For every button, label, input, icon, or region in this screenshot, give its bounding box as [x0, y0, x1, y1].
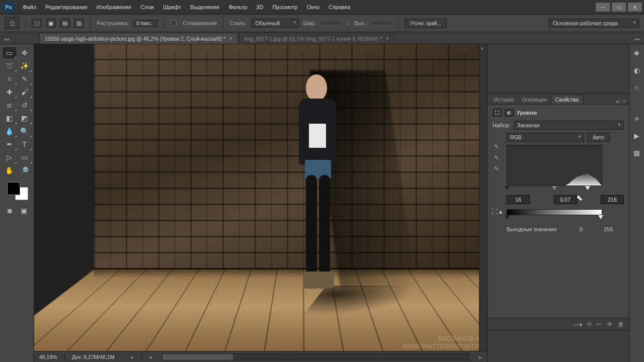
scroll-arrow-right-icon[interactable]: ▸: [479, 354, 482, 360]
sel-intersect-icon[interactable]: ▥: [74, 19, 84, 28]
menu-type[interactable]: Шрифт: [158, 4, 186, 10]
menu-filter[interactable]: Фильтр: [224, 4, 252, 10]
dodge-tool[interactable]: 🔍: [17, 125, 32, 138]
minimize-button[interactable]: ─: [596, 3, 610, 12]
blur-tool[interactable]: 💧: [2, 125, 17, 138]
tool-preset-icon[interactable]: ◻: [5, 17, 19, 29]
visibility-icon[interactable]: 👁: [607, 321, 613, 328]
preset-select[interactable]: Заказная: [514, 121, 624, 130]
menu-window[interactable]: Окно: [302, 4, 325, 10]
out-black-handle[interactable]: [505, 215, 510, 219]
sel-add-icon[interactable]: ▣: [46, 19, 56, 28]
lasso-tool[interactable]: ➰: [2, 59, 17, 72]
input-slider[interactable]: [507, 187, 602, 192]
zoom-tool[interactable]: 🔎: [17, 164, 32, 177]
previous-state-icon[interactable]: ⟲: [587, 321, 592, 328]
move-tool[interactable]: ✥: [17, 46, 32, 59]
pen-tool[interactable]: ✒: [2, 138, 17, 151]
brush-tool[interactable]: 🖌: [17, 85, 32, 99]
menu-help[interactable]: Справка: [324, 4, 355, 10]
eraser-tool[interactable]: ◧: [2, 112, 17, 125]
hand-tool[interactable]: ✋: [2, 164, 17, 177]
scroll-arrow-left-icon[interactable]: ◂: [149, 354, 152, 360]
menu-edit[interactable]: Редактирование: [41, 4, 92, 10]
scroll-left-icon[interactable]: ▸: [131, 354, 134, 360]
layers-dock-icon[interactable]: ❖: [632, 48, 642, 58]
out-white-handle[interactable]: [598, 215, 603, 219]
workspace-select[interactable]: Основная рабочая среда: [548, 19, 639, 28]
white-handle[interactable]: [585, 186, 590, 190]
menu-layer[interactable]: Слои: [136, 4, 158, 10]
crop-tool[interactable]: ⌗: [2, 72, 17, 85]
tab-history[interactable]: История: [490, 95, 518, 104]
maximize-button[interactable]: ▭: [612, 3, 626, 12]
output-black-value[interactable]: 0: [580, 226, 600, 232]
feather-input[interactable]: 0 пикс.: [133, 20, 158, 27]
style-select[interactable]: Обычный: [251, 19, 299, 28]
gray-point-eyedropper-icon[interactable]: ✎: [493, 154, 501, 162]
collapse-icon[interactable]: ◂◂: [4, 36, 9, 42]
path-select-tool[interactable]: ▷: [2, 151, 17, 164]
close-icon[interactable]: ×: [386, 36, 389, 41]
clone-stamp-tool[interactable]: ⧇: [2, 99, 17, 112]
magic-wand-tool[interactable]: ✨: [17, 59, 32, 72]
menu-image[interactable]: Изображение: [92, 4, 136, 10]
gamma-handle[interactable]: [552, 186, 557, 190]
tab-properties[interactable]: Свойства: [551, 95, 583, 104]
paths-dock-icon[interactable]: ⎌: [632, 82, 642, 93]
vertical-scrollbar[interactable]: ▴: [479, 44, 487, 351]
grid-dock-icon[interactable]: ▦: [632, 148, 642, 158]
horizontal-scrollbar[interactable]: [162, 353, 469, 360]
sel-new-icon[interactable]: ▢: [32, 19, 42, 28]
input-black-value[interactable]: 16: [507, 195, 530, 204]
collapsed-panel-group[interactable]: [488, 44, 629, 94]
white-point-eyedropper-icon[interactable]: ✎: [493, 165, 501, 173]
reset-icon[interactable]: ⤺: [597, 321, 602, 328]
output-gradient[interactable]: [507, 209, 602, 215]
clip-to-layer-icon[interactable]: ▭◂: [573, 321, 582, 328]
channels-dock-icon[interactable]: ◐: [632, 65, 642, 75]
document-tab-2[interactable]: img_5077-1.jpg @ 55,1% (img_5077-1 копия…: [239, 33, 395, 44]
antialias-checkbox[interactable]: [171, 20, 177, 26]
menu-3d[interactable]: 3D: [252, 4, 268, 10]
menu-select[interactable]: Выделение: [186, 4, 224, 10]
channel-select[interactable]: RGB: [507, 133, 584, 142]
type-tool[interactable]: T: [17, 138, 32, 151]
output-slider[interactable]: [507, 216, 602, 221]
quickmask-tool[interactable]: ◙: [4, 205, 16, 216]
input-white-value[interactable]: 216: [601, 195, 624, 204]
menu-view[interactable]: Просмотр: [268, 4, 302, 10]
document-tab-1[interactable]: 10056-stage-high-definition-picture.jpg …: [39, 33, 238, 44]
collapse-right-icon[interactable]: ▸▸: [635, 36, 640, 42]
history-brush-tool[interactable]: ↺: [17, 99, 32, 112]
tab-actions[interactable]: Операции: [518, 95, 551, 104]
canvas[interactable]: БАСМАНОВ МАКСИМ WWW.PHOTOSHOPSECRETS.RU: [94, 44, 487, 360]
sel-sub-icon[interactable]: ▤: [60, 19, 70, 28]
gradient-tool[interactable]: ◩: [17, 112, 32, 125]
input-gamma-value[interactable]: 0,07: [554, 195, 577, 204]
eyedropper-tool[interactable]: ✎: [17, 72, 32, 85]
close-icon[interactable]: ×: [229, 36, 232, 41]
panel-menu-icon[interactable]: ≡: [623, 99, 626, 104]
black-point-eyedropper-icon[interactable]: ✎: [493, 143, 501, 151]
doc-size[interactable]: Док: 9,27M/48,1M: [72, 354, 115, 360]
close-button[interactable]: ✕: [628, 3, 642, 12]
menu-file[interactable]: Файл: [18, 4, 41, 10]
adjust-dock-icon[interactable]: ≡: [632, 114, 642, 124]
panel-collapse-icon[interactable]: ▸|: [616, 99, 620, 104]
screenmode-tool[interactable]: ▣: [18, 205, 30, 216]
auto-button[interactable]: Авто: [587, 133, 610, 142]
marquee-tool[interactable]: ▭: [2, 46, 17, 59]
trash-icon[interactable]: 🗑: [618, 321, 624, 328]
black-handle[interactable]: [505, 186, 510, 190]
mask-icon[interactable]: ◐: [505, 109, 514, 117]
output-white-value[interactable]: 255: [604, 226, 624, 232]
shape-tool[interactable]: ▭: [17, 151, 32, 164]
healing-brush-tool[interactable]: ✚: [2, 85, 17, 99]
zoom-value[interactable]: 46,18%: [39, 354, 57, 360]
clip-warning-icon[interactable]: ⛶▲: [492, 208, 504, 215]
play-dock-icon[interactable]: ▶: [632, 131, 642, 141]
histogram[interactable]: [507, 145, 602, 186]
refine-edge-button[interactable]: Уточн. край...: [405, 19, 447, 28]
collapsed-bottom-panel[interactable]: [488, 330, 629, 362]
